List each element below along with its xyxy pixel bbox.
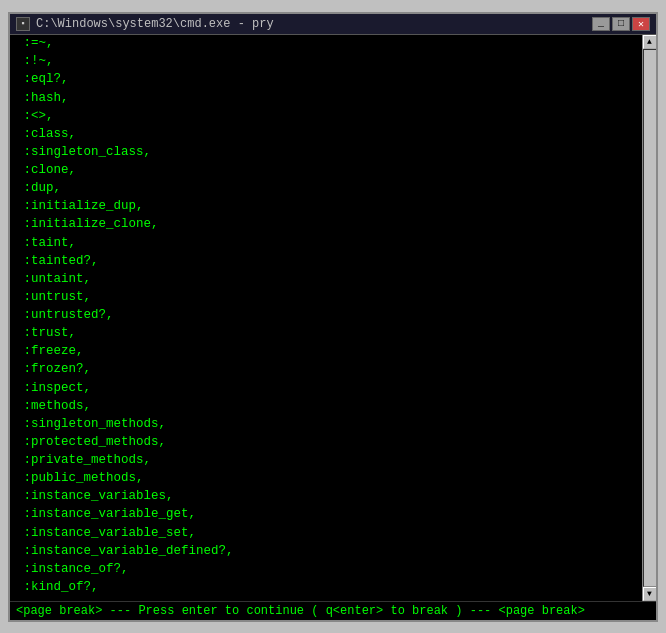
status-text: <page break> --- Press enter to continue… <box>16 604 585 618</box>
minimize-button[interactable]: _ <box>592 17 610 31</box>
terminal-container: [4] pry(main)> self.methods => [:to_s, :… <box>10 35 656 601</box>
title-bar: ▪ C:\Windows\system32\cmd.exe - pry _ □ … <box>10 14 656 35</box>
status-bar: <page break> --- Press enter to continue… <box>10 601 656 620</box>
scrollbar: ▲ ▼ <box>642 35 656 601</box>
scroll-track[interactable] <box>643 49 657 587</box>
title-bar-left: ▪ C:\Windows\system32\cmd.exe - pry <box>16 17 274 31</box>
terminal-output[interactable]: [4] pry(main)> self.methods => [:to_s, :… <box>10 35 642 601</box>
title-buttons: _ □ ✕ <box>592 17 650 31</box>
window-icon: ▪ <box>16 17 30 31</box>
window-title: C:\Windows\system32\cmd.exe - pry <box>36 17 274 31</box>
close-button[interactable]: ✕ <box>632 17 650 31</box>
terminal-window: ▪ C:\Windows\system32\cmd.exe - pry _ □ … <box>8 12 658 622</box>
scroll-up-button[interactable]: ▲ <box>643 35 657 49</box>
scroll-down-button[interactable]: ▼ <box>643 587 657 601</box>
maximize-button[interactable]: □ <box>612 17 630 31</box>
